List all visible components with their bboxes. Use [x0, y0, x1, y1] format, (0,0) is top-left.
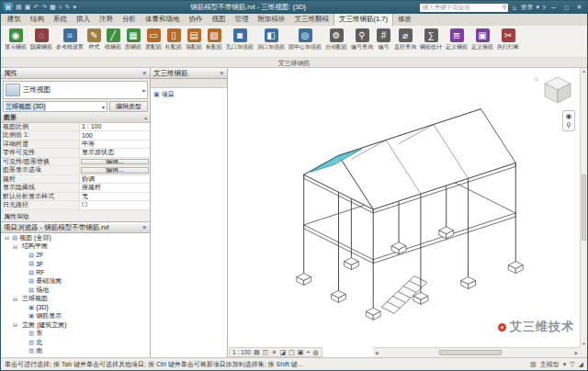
tree-item-elevations[interactable]: ⊟ 立面 (建筑立面)	[1, 320, 150, 330]
reveal-hidden-icon[interactable]: ◍	[313, 349, 319, 356]
line-rebar-button[interactable]: ╱ 线钢筋	[103, 28, 123, 52]
qat-dropdown-icon[interactable]: ▾	[73, 4, 76, 11]
instance-combo-dropdown-icon[interactable]: ▾	[102, 104, 105, 110]
ribbon-tab[interactable]: 附加模块	[254, 14, 290, 26]
horizontal-scrollbar[interactable]: ◀ ▶	[373, 347, 580, 357]
main-model-dropdown[interactable]: 主模型	[540, 360, 560, 369]
ribbon-tab[interactable]: 注释	[95, 14, 118, 26]
vertical-scrollbar[interactable]: ▲ ▼	[580, 68, 587, 347]
ribbon-tab[interactable]: 建筑	[3, 14, 26, 26]
zoom-icon[interactable]: ⚲	[566, 121, 571, 129]
plugin-panel-close-icon[interactable]: ✕	[220, 70, 224, 77]
steering-wheel-icon[interactable]: ◉	[566, 112, 572, 120]
type-selector[interactable]: 三维视图 ▾	[3, 81, 148, 99]
plugin-panel-header[interactable]: 艾三维钢筋 ✕	[151, 68, 227, 79]
close-button[interactable]: ✕	[574, 4, 584, 11]
ribbon-tab[interactable]: 修改	[393, 14, 416, 26]
signin-button[interactable]: 登录	[521, 3, 534, 12]
beam-rebar-button[interactable]: ▭ 梁配筋	[143, 28, 164, 52]
type-selector-dropdown-icon[interactable]: ▾	[142, 87, 145, 94]
ribbon-tab[interactable]: 结构	[26, 14, 49, 26]
ribbon-tab[interactable]: 管理	[231, 14, 254, 26]
ribbon-tab[interactable]: 体量和场地	[141, 14, 185, 26]
tree-expander-icon[interactable]: ⊟	[4, 234, 10, 241]
undo-icon[interactable]: ↶	[33, 4, 39, 11]
tree-item-north[interactable]: ▥ 北	[1, 338, 150, 347]
temporary-hide-icon[interactable]: ◓	[306, 349, 310, 356]
hide-rebar-button[interactable]: ◌ 隐藏钢筋	[28, 28, 54, 52]
slab-rebar-button[interactable]: ▧ 板配筋	[204, 28, 224, 52]
auto-rebar-button[interactable]: ⚙ 自动配筋	[323, 28, 349, 52]
worksets-icon[interactable]: ▥	[530, 361, 537, 368]
ribbon-tab[interactable]: 系统	[49, 14, 72, 26]
signin-dropdown-icon[interactable]: ▾	[537, 4, 540, 11]
tree-item-3d[interactable]: ▣ {3D}	[1, 303, 150, 312]
minimize-button[interactable]: ─	[548, 5, 559, 11]
sun-path-icon[interactable]: ☀	[271, 349, 277, 356]
ribbon-tab[interactable]: 协作	[185, 14, 208, 26]
print-icon[interactable]: ▦	[50, 4, 56, 11]
properties-header[interactable]: 属性 ✕	[1, 68, 150, 79]
modify-icon[interactable]: ✎	[65, 4, 71, 11]
scroll-left-icon[interactable]: ◀	[375, 351, 378, 355]
ribbon-tab[interactable]: 艾三维翻模	[290, 14, 334, 26]
viewcube-home-icon[interactable]: ⌂	[535, 75, 538, 82]
number-button[interactable]: # 编号	[375, 28, 392, 52]
project-browser-close-icon[interactable]: ✕	[142, 224, 147, 231]
face-rebar-button[interactable]: ▦ 面钢筋	[123, 28, 143, 52]
tree-item-3d-views[interactable]: ⊟ 三维视图	[1, 295, 150, 304]
opening-reinforcement-button[interactable]: ◧ 洞口加强筋	[255, 28, 287, 52]
number-query-button[interactable]: ⚲ 编号查询	[349, 28, 375, 52]
wall-rebar-button[interactable]: ▤ 墙配筋	[184, 28, 204, 52]
tree-item-south[interactable]: ▥ 南	[1, 347, 150, 356]
define-rebar-button[interactable]: ≣ 定义钢筋	[444, 28, 469, 52]
tree-item-views-root[interactable]: ⊟ ▤ 视图 (全部)	[1, 233, 150, 242]
tree-item-east[interactable]: ▥ 东	[1, 330, 150, 339]
ribbon-tab[interactable]: 艾三维钢筋(1.7)	[334, 14, 393, 26]
reference-line-settings-button[interactable]: ⌗ 参考线设置	[54, 28, 85, 52]
ribbon-tab[interactable]: 分析	[118, 14, 141, 26]
horizontal-scroll-thumb[interactable]	[439, 350, 502, 355]
app-menu-button[interactable]: R	[4, 3, 13, 12]
tree-expander-icon[interactable]: ⊟	[12, 296, 18, 302]
tree-item-site[interactable]: ▤ 场地	[1, 286, 150, 295]
filter-icon[interactable]: ▽	[570, 361, 574, 368]
search-box[interactable]: 键入关键字或短语 ⚲	[420, 4, 508, 12]
hole-reinforcement-button[interactable]: ◙ 孔口加强筋	[224, 28, 255, 52]
define-stirrup-button[interactable]: ▣ 定义箍筋	[469, 28, 495, 52]
tree-item-rebar-display[interactable]: ▣ 钢筋显示	[1, 312, 150, 321]
show-rebar-button[interactable]: ◉ 显示钢筋	[3, 28, 28, 52]
project-browser-header[interactable]: 项目浏览器 - 钢筋模型不带钢筋.rvt ✕	[1, 222, 150, 233]
properties-section-graphics[interactable]: 图形 ▴	[1, 114, 150, 123]
diameter-query-button[interactable]: ⌀ 直径查询	[392, 28, 418, 52]
search-icon[interactable]: ⚲	[503, 4, 507, 11]
save-icon[interactable]: ▣	[25, 4, 31, 11]
execute-break-button[interactable]: ✂ 执行打断	[495, 28, 521, 52]
instance-combo[interactable]: 三维视图 (3D) ▾	[3, 101, 107, 112]
scroll-right-icon[interactable]: ▶	[575, 351, 578, 355]
vertical-scroll-thumb[interactable]	[582, 174, 586, 242]
properties-help-link[interactable]: 属性帮助	[4, 212, 29, 221]
crop-view-icon[interactable]: ▢	[288, 349, 295, 356]
shadows-icon[interactable]: ◪	[279, 349, 286, 356]
edit-type-button[interactable]: 编辑类型	[109, 101, 148, 112]
view-scale-control[interactable]: 1 : 100	[232, 349, 251, 355]
properties-close-icon[interactable]: ✕	[142, 70, 147, 77]
section-collapse-icon[interactable]: ▴	[144, 115, 147, 120]
tree-expander-icon[interactable]: ⊟	[12, 321, 18, 328]
drawing-area[interactable]: ⌂ ◉ ⚲ 艾三维技术 1 : 100 ▤◫☀◪▢▣◓◍ ◀ ▶ ▲	[228, 68, 587, 357]
tree-item-3f[interactable]: ▤ 3F	[1, 260, 150, 269]
tree-item-2f[interactable]: ▤ 2F	[1, 251, 150, 260]
measure-icon[interactable]: ⌗	[59, 4, 62, 11]
plugin-tree-item-project[interactable]: ▣ 项目	[151, 88, 227, 101]
ribbon-tab[interactable]: 视图	[208, 14, 231, 26]
main-model-dropdown-icon[interactable]: ▾	[563, 361, 567, 368]
viewcube[interactable]	[540, 73, 575, 107]
tree-item-structural-plans[interactable]: ⊟ 结构平面	[1, 242, 150, 252]
column-rebar-button[interactable]: ▯ 柱配筋	[164, 28, 184, 52]
show-crop-icon[interactable]: ▣	[298, 349, 304, 356]
circle-center-reinforcement-button[interactable]: ◎ 圆中心加强筋	[287, 28, 323, 52]
scroll-up-icon[interactable]: ▲	[582, 69, 585, 73]
ribbon-tab[interactable]: 插入	[72, 14, 95, 26]
tree-item-rf[interactable]: ▤ RF	[1, 268, 150, 277]
